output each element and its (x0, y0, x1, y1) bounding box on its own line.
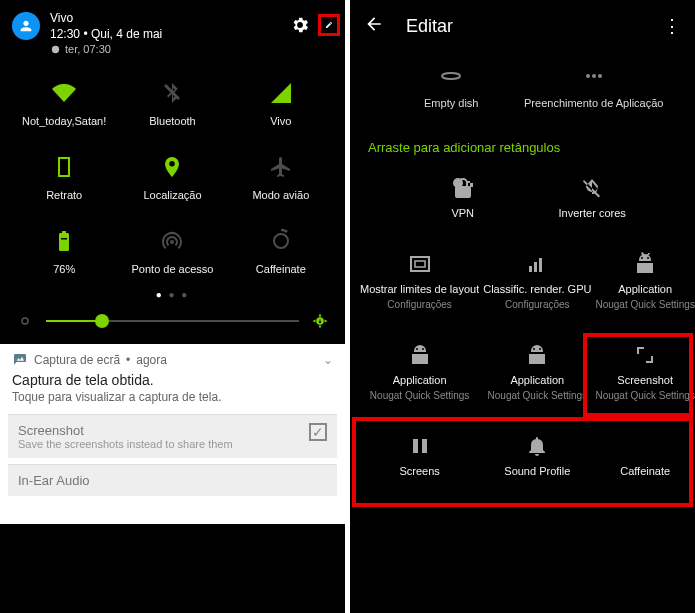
battery-tile[interactable]: 76% (10, 227, 118, 275)
svg-rect-10 (415, 261, 425, 267)
svg-point-14 (641, 257, 643, 259)
available-tiles-grid: VPN Inverter cores Mostrar limites de la… (350, 169, 695, 481)
svg-point-6 (592, 74, 596, 78)
gpu-profile-tile[interactable]: Classific. render. GPU Configurações (481, 245, 593, 314)
svg-point-5 (586, 74, 590, 78)
invert-colors-tile[interactable]: Inverter cores (527, 169, 656, 223)
svg-rect-21 (422, 439, 427, 453)
caffeinate-tile[interactable]: Caffeinate (227, 227, 335, 275)
svg-rect-1 (61, 240, 67, 250)
brightness-row (0, 306, 345, 344)
svg-point-16 (416, 348, 418, 350)
svg-rect-3 (15, 356, 24, 363)
notification-header: Captura de ecrã • agora ⌄ (0, 344, 345, 370)
time-label: 12:30 (50, 27, 80, 41)
checkbox-icon[interactable]: ✓ (309, 423, 327, 441)
edit-header: Editar ⋮ (350, 0, 695, 52)
carrier-label: Vivo (50, 11, 73, 25)
settings-icon[interactable] (289, 14, 311, 36)
layout-bounds-tile[interactable]: Mostrar limites de layout Configurações (358, 245, 481, 314)
brightness-low-icon (16, 312, 34, 330)
application-tile-2[interactable]: Application Nougat Quick Settings (358, 336, 481, 405)
svg-rect-11 (529, 266, 532, 272)
notification-sub-1[interactable]: Screenshot Save the screenshots instead … (8, 414, 337, 458)
svg-point-7 (598, 74, 602, 78)
status-info: Vivo 12:30 • Qui, 4 de mai ter, 07:30 (50, 10, 289, 57)
location-tile[interactable]: Localização (118, 153, 226, 201)
notification-body[interactable]: Toque para visualizar a captura de tela. (0, 388, 345, 414)
notification-title[interactable]: Captura de tela obtida. (0, 370, 345, 388)
edit-title: Editar (406, 16, 641, 37)
wifi-tile[interactable]: Not_today,Satan! (10, 79, 118, 127)
svg-rect-20 (413, 439, 418, 453)
cellular-tile[interactable]: Vivo (227, 79, 335, 127)
svg-point-4 (442, 73, 460, 79)
user-avatar[interactable] (12, 12, 40, 40)
notification-sub-2[interactable]: In-Ear Audio (8, 464, 337, 496)
edit-pencil-icon[interactable] (318, 14, 340, 36)
drag-hint-label: Arraste para adicionar retângulos (350, 128, 695, 169)
rotation-tile[interactable]: Retrato (10, 153, 118, 201)
screens-tile[interactable]: Screens (358, 427, 481, 481)
empty-dish-tile[interactable]: Empty dish (380, 62, 523, 110)
svg-rect-9 (411, 257, 429, 271)
notification-area: Captura de ecrã • agora ⌄ Captura de tel… (0, 344, 345, 524)
svg-point-18 (533, 348, 535, 350)
sound-profile-tile[interactable]: Sound Profile (481, 427, 593, 481)
svg-rect-13 (539, 258, 542, 272)
alarm-label: ter, 07:30 (65, 42, 111, 57)
caffeinate-tile-right[interactable]: Caffeinate (593, 427, 695, 481)
svg-point-17 (422, 348, 424, 350)
airplane-tile[interactable]: Modo avião (227, 153, 335, 201)
svg-point-19 (539, 348, 541, 350)
back-arrow-icon[interactable] (364, 14, 384, 38)
svg-point-2 (22, 318, 28, 324)
vpn-tile[interactable]: VPN (398, 169, 527, 223)
current-tiles-row: Empty dish Preenchimento de Aplicação (350, 52, 695, 128)
edit-panel: Editar ⋮ Empty dish Preenchimento de Apl… (350, 0, 695, 613)
bluetooth-tile[interactable]: Bluetooth (118, 79, 226, 127)
application-tile-3[interactable]: Application Nougat Quick Settings (481, 336, 593, 405)
application-tile-1[interactable]: Application Nougat Quick Settings (593, 245, 695, 314)
quick-settings-panel: Vivo 12:30 • Qui, 4 de mai ter, 07:30 (0, 0, 345, 613)
auto-brightness-icon[interactable] (311, 312, 329, 330)
brightness-slider[interactable] (46, 320, 299, 322)
status-header: Vivo 12:30 • Qui, 4 de mai ter, 07:30 (0, 0, 345, 63)
date-label: Qui, 4 de mai (91, 27, 162, 41)
hotspot-tile[interactable]: Ponto de acesso (118, 227, 226, 275)
quick-settings-grid: Not_today,Satan! Bluetooth Vivo Retrato … (0, 63, 345, 279)
svg-point-15 (647, 257, 649, 259)
app-fill-tile[interactable]: Preenchimento de Aplicação (523, 62, 666, 110)
screenshot-tile[interactable]: Screenshot Nougat Quick Settings (593, 336, 695, 405)
overflow-menu-icon[interactable]: ⋮ (663, 15, 681, 37)
page-indicator: ● ● ● (0, 279, 345, 306)
svg-rect-12 (534, 262, 537, 272)
